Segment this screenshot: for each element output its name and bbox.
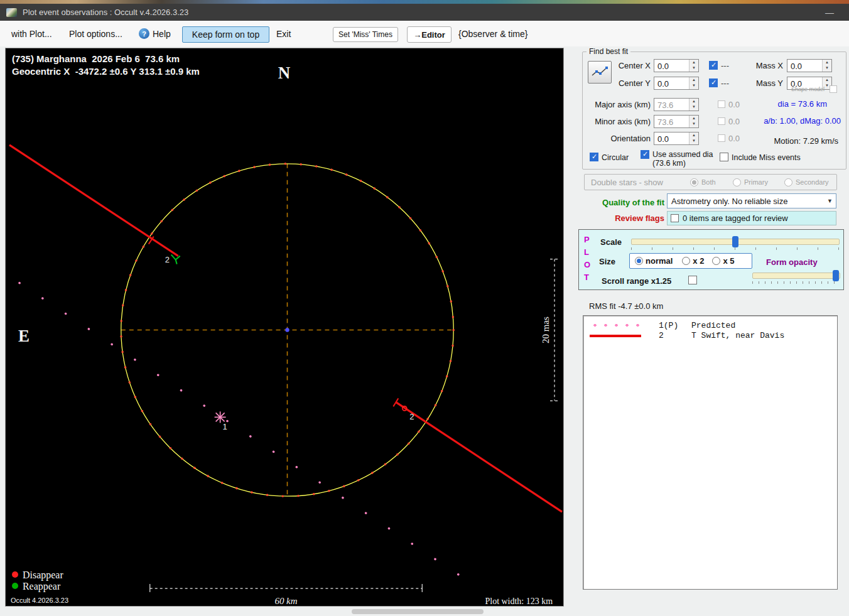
rms-fit-label: RMS fit -4.7 ±0.0 km [589, 301, 663, 311]
chord-segment-entry [9, 145, 178, 256]
mas-scale-bracket [550, 259, 558, 401]
occultation-plot-svg: 2 2 1 (735) Marghanna 2026 Feb 6 73.6 km… [6, 48, 563, 606]
double-stars-title: Double stars - show [591, 178, 663, 187]
motion-value: Motion: 7.29 km/s [774, 136, 838, 146]
center-y-checkbox[interactable] [709, 78, 718, 87]
scroll-range-checkbox[interactable] [688, 276, 697, 284]
orientation-spinner-arrows[interactable] [689, 132, 698, 144]
keep-form-on-top-button[interactable]: Keep form on top [182, 26, 269, 43]
orientation-aux: 0.0 [728, 134, 740, 143]
major-axis-fit-checkbox[interactable] [718, 100, 725, 108]
double-stars-group: Double stars - show Both Primary Seconda… [584, 174, 837, 190]
set-miss-times-button[interactable]: Set 'Miss' Times [333, 27, 398, 42]
help-icon[interactable]: ? [139, 28, 149, 39]
double-stars-both[interactable]: Both [690, 178, 716, 186]
menu-plot-options[interactable]: Plot options... [69, 29, 122, 39]
disappear-label: Disappear [23, 570, 63, 581]
major-axis-label: Major axis (km) [583, 100, 654, 109]
include-miss-checkbox[interactable] [720, 153, 728, 161]
plot-vertical-label: P L O T [584, 234, 590, 284]
observed-line-sample [590, 335, 641, 337]
include-miss-option[interactable]: Include Miss events [720, 153, 801, 162]
size-label: Size [599, 257, 615, 266]
plot-width-label: Plot width: 123 km [485, 597, 553, 606]
use-assumed-option[interactable]: Use assumed dia (73.6 km) [641, 150, 717, 168]
east-label: E [18, 327, 30, 345]
menu-exit[interactable]: Exit [276, 29, 291, 39]
minor-axis-spinner-arrows[interactable] [689, 116, 698, 127]
minor-axis-input[interactable]: 73.6 [654, 115, 699, 128]
scale-slider-ticks [631, 247, 840, 250]
plot-area[interactable]: 2 2 1 (735) Marghanna 2026 Feb 6 73.6 km… [5, 48, 564, 607]
circular-checkbox[interactable] [590, 153, 598, 161]
legend-row-predicted[interactable]: 1(P) Predicted [583, 320, 837, 330]
size-x5-option[interactable]: x 5 [712, 256, 734, 266]
orientation-input[interactable]: 0.0 [654, 132, 699, 145]
shape-model-checkbox[interactable] [830, 85, 837, 93]
menu-with-plot[interactable]: with Plot... [11, 29, 52, 39]
window-title: Plot event observations : Occult v.4.202… [23, 8, 816, 17]
center-y-spinner-arrows[interactable] [689, 77, 698, 89]
predicted-line-sample [590, 323, 641, 327]
both-radio[interactable] [690, 178, 698, 186]
size-x2-radio[interactable] [682, 257, 690, 265]
reappear-label: Reappear [23, 581, 61, 592]
review-flags-checkbox[interactable] [671, 214, 679, 222]
primary-radio[interactable] [733, 178, 741, 186]
double-stars-secondary[interactable]: Secondary [784, 178, 829, 186]
size-normal-radio[interactable] [635, 257, 643, 265]
minor-axis-fit-checkbox[interactable] [718, 117, 725, 125]
orientation-fit-checkbox[interactable] [718, 134, 725, 142]
size-x2-option[interactable]: x 2 [682, 256, 704, 266]
observer-time-label[interactable]: {Observer & time} [458, 29, 528, 39]
chord2-label-b: 2 [409, 412, 414, 421]
reappear-dot [12, 583, 18, 589]
editor-button[interactable]: →Editor [407, 26, 452, 43]
opacity-slider-thumb[interactable] [833, 270, 839, 281]
major-axis-input[interactable]: 73.6 [654, 98, 699, 111]
quality-label: Quality of the fit [583, 198, 664, 207]
center-x-spinner-arrows[interactable] [689, 60, 698, 72]
minor-axis-aux: 0.0 [728, 117, 740, 126]
shape-model-label: Shape model [791, 86, 825, 92]
scale-slider-thumb[interactable] [732, 236, 738, 247]
ab-dmag-value: a/b: 1.00, dMag: 0.00 [764, 116, 841, 126]
chord-legend-list[interactable]: 1(P) Predicted 2 T Swift, near Davis [583, 315, 838, 590]
major-axis-aux: 0.0 [728, 100, 740, 109]
major-axis-spinner-arrows[interactable] [689, 99, 698, 111]
center-y-input[interactable]: 0.0 [654, 77, 699, 90]
size-x5-radio[interactable] [712, 257, 720, 265]
station1-label: 1 [223, 422, 227, 431]
reappear-mark-stem [176, 260, 177, 264]
mass-x-spinner-arrows[interactable] [822, 60, 831, 72]
opacity-slider[interactable] [752, 273, 840, 279]
double-stars-primary[interactable]: Primary [733, 178, 768, 186]
legend-row-observer2[interactable]: 2 T Swift, near Davis [583, 330, 837, 340]
mass-x-label: Mass X [750, 61, 783, 70]
scale-slider[interactable] [631, 239, 840, 245]
quality-value: Astrometry only. No reliable size [668, 197, 824, 206]
size-normal-option[interactable]: normal [635, 256, 673, 266]
km-scale-label: 60 km [274, 596, 297, 606]
use-assumed-checkbox[interactable] [641, 150, 649, 159]
find-best-fit-group: Find best fit Center X 0.0 --- Mass X 0.… [582, 51, 846, 170]
center-x-input[interactable]: 0.0 [654, 59, 699, 72]
center-x-checkbox[interactable] [709, 61, 718, 70]
app-icon [6, 8, 17, 17]
disappear-dot [12, 571, 18, 578]
center-y-dash: --- [721, 78, 729, 88]
shape-model-row: Shape model [791, 86, 825, 92]
menu-help[interactable]: Help [153, 29, 171, 39]
orientation-label: Orientation [583, 134, 654, 143]
minimize-button[interactable]: — [816, 8, 843, 18]
review-flags-box[interactable]: 0 items are tagged for review [667, 211, 836, 225]
opacity-slider-ticks [752, 281, 840, 284]
horizontal-scrollbar-thumb[interactable] [352, 609, 484, 614]
circular-option[interactable]: Circular [590, 153, 629, 162]
dia-value: dia = 73.6 km [778, 99, 827, 109]
mass-x-input[interactable]: 0.0 [787, 59, 832, 72]
secondary-radio[interactable] [784, 178, 792, 186]
find-best-fit-title: Find best fit [587, 47, 630, 56]
dropdown-arrow-icon[interactable] [824, 198, 836, 204]
quality-dropdown[interactable]: Astrometry only. No reliable size [667, 193, 836, 208]
